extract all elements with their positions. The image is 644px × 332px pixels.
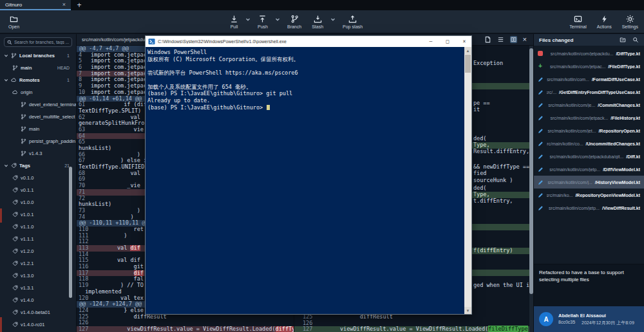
tab-close-icon[interactable]: × bbox=[62, 1, 66, 8]
branch-search-input[interactable] bbox=[14, 40, 69, 44]
sidebar-item-v1-2-0[interactable]: v1.2.0 bbox=[0, 245, 76, 257]
maximize-button[interactable]: □ bbox=[440, 36, 455, 47]
file-changed-row[interactable]: src/main/kotlin/co... /UncommittedChange… bbox=[534, 137, 644, 150]
file-changed-row[interactable]: src/main/kotlin/com/jetpackdu... /DiffTy… bbox=[534, 47, 644, 60]
diff-code-text: viewDiffResult.value = ViewDiffResult.Lo… bbox=[91, 326, 294, 332]
file-changed-row[interactable]: src/main/ko... /RepositoryOpenViewModel.… bbox=[534, 189, 644, 201]
sidebar-section-remotes[interactable]: Remotes1 bbox=[0, 74, 76, 86]
commit-author-card[interactable]: A Abdellah El Aissaoui 8cc0c35 2024年12月3… bbox=[534, 306, 644, 332]
push-button[interactable]: Push bbox=[254, 10, 271, 33]
open-button[interactable]: Open bbox=[5, 10, 23, 33]
file-changed-row[interactable]: src/main/kotlin/com/jetp... /ViewDiffRes… bbox=[534, 201, 644, 214]
pull-icon bbox=[230, 15, 238, 23]
sidebar-item-devel-multifile-select[interactable]: devel_multifile_select bbox=[0, 111, 76, 123]
file-changed-row[interactable]: src/main/kotlin/com... /FormatDiffUseCas… bbox=[534, 73, 644, 86]
sidebar-item-origin[interactable]: origin bbox=[0, 86, 76, 98]
sidebar-item-v1-3-0[interactable]: v1.3.0 bbox=[0, 270, 76, 282]
terminal-scrollbar-thumb[interactable] bbox=[465, 55, 471, 73]
file-text: src/main/kotlin/com/jetpackdu... /DiffTy… bbox=[546, 51, 640, 56]
tab-gitnuro[interactable]: Gitnuro × bbox=[0, 0, 71, 10]
sidebar-item-label: v1.0.1 bbox=[21, 212, 33, 217]
tag-icon bbox=[12, 199, 18, 205]
pop-stash-button[interactable]: Pop stash bbox=[339, 10, 366, 33]
tag-icon bbox=[11, 163, 17, 169]
file-changed-row[interactable]: src/main/kotlin/com/jetpackduba/git... /… bbox=[534, 150, 644, 163]
file-copy-icon[interactable] bbox=[484, 36, 491, 43]
sidebar-section-local-branches[interactable]: Local branches1 bbox=[0, 50, 76, 62]
close-button[interactable]: × bbox=[457, 36, 471, 47]
sidebar-item-v1-4-3[interactable]: v1.4.3 bbox=[0, 147, 76, 160]
author-name: Abdellah El Aissaoui bbox=[558, 313, 634, 318]
sidebar-item-v1-0-1[interactable]: v1.0.1 bbox=[0, 208, 76, 221]
sidebar-item-v1-4-0[interactable]: v1.4.0 bbox=[0, 294, 76, 306]
close-diff-icon[interactable]: × bbox=[523, 36, 527, 43]
tag-icon bbox=[12, 309, 18, 315]
file-changed-row[interactable]: src/... /GetDiffEntryFromDiffTypeUseCase… bbox=[534, 86, 644, 98]
stash-button[interactable]: Stash bbox=[308, 10, 327, 33]
sidebar-item-v1-4-0-rc01[interactable]: v1.4.0-rc01 bbox=[0, 318, 76, 331]
file-changed-row[interactable]: +src/main/kotlin/com/jetpac... /FileDiff… bbox=[534, 60, 644, 73]
terminal-output[interactable]: Windows PowerShell版权所有 (C) Microsoft Cor… bbox=[146, 47, 471, 314]
head-label: HEAD bbox=[57, 66, 73, 70]
group-by-directory-icon[interactable] bbox=[620, 37, 626, 43]
sidebar-item-label: Remotes bbox=[19, 77, 40, 83]
branch-button[interactable]: Branch bbox=[284, 10, 305, 33]
file-text: src/main/kotlin/com/jetpac... /FileDiffT… bbox=[546, 64, 640, 69]
scroll-up-icon[interactable]: ▲ bbox=[464, 47, 471, 54]
files-changed-list: src/main/kotlin/com/jetpackdu... /DiffTy… bbox=[534, 46, 644, 264]
diff-scrollbar[interactable] bbox=[529, 46, 533, 332]
terminal-scrollbar[interactable]: ▲ ▼ bbox=[464, 47, 471, 314]
diff-code-text: viewDiffResult.value = ViewDiffResult.Lo… bbox=[314, 326, 528, 332]
commit-date: 2024年12月30日 上午8:09 bbox=[582, 320, 634, 326]
terminal-button[interactable]: Terminal bbox=[566, 10, 589, 33]
file-changed-row[interactable]: src/main/kotlin/com/jetpack... /FileHist… bbox=[534, 111, 644, 124]
sidebar-section-tags[interactable]: Tags21 bbox=[0, 160, 76, 172]
modified-pencil-icon bbox=[538, 115, 544, 121]
terminal-line: 版权所有 (C) Microsoft Corporation。保留所有权利。 bbox=[147, 56, 462, 63]
line-number: 127 bbox=[77, 326, 91, 332]
sidebar-item-v0-1-0[interactable]: v0.1.0 bbox=[0, 172, 76, 184]
chevron-down-icon[interactable] bbox=[4, 53, 8, 58]
branch-search[interactable] bbox=[4, 37, 72, 47]
modified-pencil-icon bbox=[538, 141, 544, 147]
file-changed-row[interactable]: src/main/kotlin/com/jetp... /DiffViewMod… bbox=[534, 163, 644, 176]
pull-dropdown-chevron-icon[interactable] bbox=[245, 17, 251, 22]
chevron-down-icon[interactable] bbox=[4, 163, 8, 168]
diff-line: 127 viewDiffResult.value = ViewDiffResul… bbox=[294, 326, 529, 332]
pull-button[interactable]: Pull bbox=[227, 10, 242, 33]
file-text: src/main/kotlin/com... /FormatDiffUseCas… bbox=[547, 77, 640, 82]
powershell-window[interactable]: C:\Windows\System32\WindowsPowerShell\v1… bbox=[145, 35, 472, 315]
sidebar-item-main[interactable]: main bbox=[0, 123, 76, 135]
file-changed-row[interactable]: src/main/kotlin/com/je... /CommitChanges… bbox=[534, 98, 644, 111]
sidebar-item-v1-0-0[interactable]: v1.0.0 bbox=[0, 196, 76, 208]
sidebar-item-main[interactable]: mainHEAD bbox=[0, 62, 76, 74]
file-changed-row[interactable]: src/main/kotlin/com/j... /HistoryViewMod… bbox=[534, 176, 644, 189]
file-changed-row[interactable]: src/main/kotlin/com/jet... /RepositoryOp… bbox=[534, 124, 644, 137]
terminal-line: Already up to date. bbox=[147, 97, 462, 104]
search-icon[interactable] bbox=[632, 37, 639, 43]
tab-title: Gitnuro bbox=[5, 2, 22, 8]
stash-dropdown-chevron-icon[interactable] bbox=[330, 17, 336, 22]
sidebar-item-v1-3-1[interactable]: v1.3.1 bbox=[0, 282, 76, 294]
powershell-titlebar[interactable]: C:\Windows\System32\WindowsPowerShell\v1… bbox=[146, 36, 471, 47]
settings-button[interactable]: Settings bbox=[619, 10, 641, 33]
gitnuro-app: Gitnuro × + Open Pull Push Branch bbox=[0, 0, 644, 332]
tag-icon bbox=[12, 297, 18, 303]
sidebar-item-v1-1-1[interactable]: v1.1.1 bbox=[0, 233, 76, 245]
sidebar-item-v1-4-0-beta01[interactable]: v1.4.0-beta01 bbox=[0, 306, 76, 318]
sidebar-item-v1-2-1[interactable]: v1.2.1 bbox=[0, 257, 76, 270]
sidebar-item-persist-graph-paddin[interactable]: persist_graph_paddin bbox=[0, 135, 76, 147]
sidebar-item-devel-extend-termina[interactable]: devel_extend_termina bbox=[0, 98, 76, 111]
push-dropdown-chevron-icon[interactable] bbox=[275, 17, 280, 22]
sidebar-scrollbar[interactable] bbox=[69, 167, 72, 298]
sidebar-item-v1-1-0[interactable]: v1.1.0 bbox=[0, 221, 76, 233]
sidebar-item-label: v1.2.1 bbox=[21, 261, 33, 266]
scroll-down-icon[interactable]: ▼ bbox=[464, 307, 471, 314]
minimize-button[interactable]: – bbox=[424, 36, 438, 47]
sidebar-item-v0-1-1[interactable]: v0.1.1 bbox=[0, 184, 76, 196]
chevron-down-icon[interactable] bbox=[4, 78, 8, 82]
split-view-icon[interactable] bbox=[510, 36, 517, 43]
unified-view-icon[interactable] bbox=[497, 36, 504, 43]
actions-button[interactable]: Actions bbox=[594, 10, 615, 33]
new-tab-button[interactable]: + bbox=[71, 0, 88, 10]
